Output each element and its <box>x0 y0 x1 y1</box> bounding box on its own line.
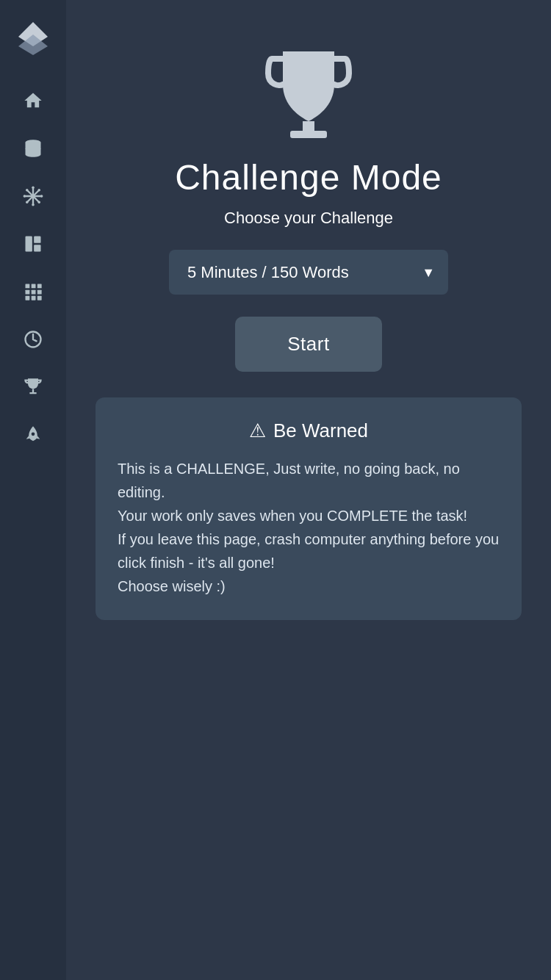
svg-rect-20 <box>37 284 42 288</box>
svg-rect-28 <box>29 392 36 394</box>
page-title: Challenge Mode <box>175 157 442 198</box>
trophy-icon <box>264 44 353 143</box>
svg-point-10 <box>40 195 43 198</box>
svg-rect-17 <box>34 245 40 251</box>
trophy-small-icon <box>23 377 43 397</box>
svg-rect-23 <box>37 289 42 294</box>
rocket-icon <box>23 425 43 445</box>
challenge-select-wrapper: 5 Minutes / 150 Words 10 Minutes / 300 W… <box>169 250 448 295</box>
svg-rect-31 <box>290 131 327 138</box>
svg-rect-21 <box>26 289 30 294</box>
svg-point-29 <box>32 432 35 436</box>
home-icon <box>23 90 43 111</box>
svg-rect-30 <box>303 121 314 132</box>
layout-icon <box>23 234 43 254</box>
grid-icon <box>23 281 43 302</box>
history-icon <box>23 329 43 350</box>
svg-rect-25 <box>32 295 36 300</box>
database-icon <box>23 138 43 159</box>
svg-rect-19 <box>32 284 36 288</box>
svg-point-11 <box>26 189 29 192</box>
sidebar <box>0 0 66 980</box>
sidebar-item-home[interactable] <box>11 80 55 120</box>
snowflake-icon <box>23 186 43 206</box>
main-content: Challenge Mode Choose your Challenge 5 M… <box>66 0 551 980</box>
sidebar-item-grid[interactable] <box>11 271 55 311</box>
sidebar-item-history[interactable] <box>11 319 55 359</box>
warning-text: This is a CHALLENGE, Just write, no goin… <box>118 457 500 598</box>
sidebar-item-trophy[interactable] <box>11 367 55 407</box>
app-logo[interactable] <box>15 18 51 58</box>
sidebar-item-layout[interactable] <box>11 223 55 264</box>
svg-point-14 <box>26 201 29 203</box>
svg-rect-18 <box>26 284 30 288</box>
svg-rect-24 <box>26 295 30 300</box>
sidebar-item-database[interactable] <box>11 128 55 168</box>
svg-rect-22 <box>32 289 36 294</box>
svg-point-13 <box>37 189 40 192</box>
page-subtitle: Choose your Challenge <box>224 209 393 228</box>
svg-rect-15 <box>26 236 32 251</box>
sidebar-item-rocket[interactable] <box>11 414 55 455</box>
svg-point-9 <box>24 195 26 198</box>
svg-point-7 <box>32 186 35 189</box>
svg-rect-16 <box>34 236 40 242</box>
warning-box: ⚠ Be Warned This is a CHALLENGE, Just wr… <box>96 397 522 620</box>
challenge-select[interactable]: 5 Minutes / 150 Words 10 Minutes / 300 W… <box>169 250 448 295</box>
svg-rect-26 <box>37 295 42 300</box>
warning-icon: ⚠ <box>249 419 266 442</box>
start-button[interactable]: Start <box>235 317 382 372</box>
svg-point-12 <box>37 201 40 203</box>
svg-point-8 <box>32 203 35 206</box>
sidebar-item-snowflake[interactable] <box>11 176 55 216</box>
warning-title: ⚠ Be Warned <box>118 419 500 442</box>
